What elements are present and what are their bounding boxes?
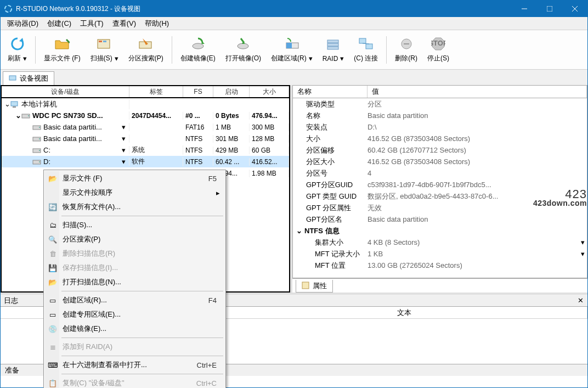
menu-view[interactable]: 查看(V) — [108, 18, 140, 30]
props-row[interactable]: 分区大小416.52 GB (873503408 Sectors) — [293, 156, 587, 167]
device-grid-header: 设备/磁盘 标签 FS 启动 大小 — [1, 85, 290, 98]
chevron-down-icon[interactable]: ▾ — [122, 134, 126, 143]
chevron-down-icon[interactable]: ▾ — [581, 238, 585, 246]
props-row[interactable]: GPT 分区属性无效 — [293, 202, 587, 213]
context-item[interactable]: 📂打开扫描信息(N)... — [45, 275, 224, 289]
tb-partition-search[interactable]: 分区搜索(P) — [125, 32, 167, 68]
tb-create-region[interactable]: 创建区域(R)▾ — [267, 32, 316, 68]
tb-create-image[interactable]: 创建镜像(E) — [177, 32, 219, 68]
col-device[interactable]: 设备/磁盘 — [2, 86, 129, 97]
minimize-button[interactable] — [512, 1, 537, 17]
chevron-down-icon[interactable]: ▾ — [581, 250, 585, 258]
menu-item-icon: 📋 — [48, 378, 58, 388]
menu-item-icon: ⌨ — [48, 360, 58, 370]
tb-delete[interactable]: 删除(R) — [391, 32, 421, 68]
props-col-name[interactable]: 名称 — [293, 86, 368, 98]
device-row[interactable]: C:▾系统NTFS429 MB60 GB — [2, 144, 289, 156]
cell-label: 系统 — [129, 145, 183, 155]
prop-name: GPT 类型 GUID — [293, 192, 368, 201]
prop-value: 数据分区, ebd0a0a2-b9e5-4433-87c0-6... — [368, 192, 587, 201]
props-row[interactable]: 安装点D:\ — [293, 121, 587, 133]
tb-refresh[interactable]: 刷新▾ — [4, 32, 31, 68]
context-item[interactable]: ⌨在十六进制查看器中打开...Ctrl+E — [45, 358, 224, 372]
context-item[interactable]: 🔄恢复所有文件(A)... — [45, 200, 224, 214]
device-row[interactable]: Basic data partiti...▾NTFS301 MB128 MB — [2, 133, 289, 144]
props-row[interactable]: 大小416.52 GB (873503408 Sectors) — [293, 133, 587, 144]
log-close-button[interactable]: ✕ — [576, 296, 584, 305]
tb-show-files[interactable]: 显示文件 (F) — [40, 32, 84, 68]
menu-item-label: 创建镜像(E)... — [63, 324, 224, 334]
partition-search-icon — [138, 36, 154, 52]
device-row[interactable]: ⌄WDC PC SN730 SD...2047D4454...#0 ...0 B… — [2, 110, 289, 121]
props-col-value[interactable]: 值 — [368, 86, 587, 98]
props-row[interactable]: 名称Basic data partition — [293, 110, 587, 121]
menu-item-label: 分区搜索(P) — [63, 234, 224, 244]
tb-raid[interactable]: RAID▾ — [319, 32, 348, 68]
menu-help[interactable]: 帮助(H) — [140, 18, 173, 30]
col-start[interactable]: 启动 — [213, 86, 250, 97]
menu-item-label: 创建专用区域(E)... — [63, 310, 224, 319]
svg-point-9 — [193, 43, 203, 49]
props-row[interactable]: 分区号4 — [293, 167, 587, 179]
props-tab-properties[interactable]: 属性 — [296, 280, 333, 293]
device-row[interactable]: D:▾软件NTFS60.42 ...416.52... — [2, 156, 289, 167]
context-item: 🗑删除扫描信息(R) — [45, 246, 224, 261]
menu-separator — [61, 291, 223, 291]
cell-size: 60 GB — [250, 147, 289, 154]
props-row[interactable]: 驱动类型分区 — [293, 98, 587, 110]
menu-drives[interactable]: 驱动器(D) — [3, 18, 43, 30]
props-row[interactable]: GPT 类型 GUID数据分区, ebd0a0a2-b9e5-4433-87c0… — [293, 190, 587, 202]
context-item[interactable]: 显示文件按顺序▸ — [45, 185, 224, 200]
close-button[interactable] — [562, 1, 587, 17]
menu-separator — [61, 338, 223, 338]
chevron-down-icon[interactable]: ▾ — [122, 158, 126, 166]
col-fs[interactable]: FS — [183, 86, 213, 97]
context-item[interactable]: 🗂扫描(S)... — [45, 218, 224, 232]
prop-value: 416.52 GB (873503408 Sectors) — [368, 134, 587, 143]
props-row[interactable]: 集群大小4 KB (8 Sectors)▾ — [293, 237, 587, 248]
col-label[interactable]: 标签 — [129, 86, 183, 97]
tb-stop[interactable]: STOP 停止(S) — [423, 32, 453, 68]
chevron-down-icon: ▾ — [340, 54, 344, 63]
props-row[interactable]: 分区偏移60.42 GB (126707712 Sectors) — [293, 144, 587, 156]
tb-delete-label: 删除(R) — [395, 54, 417, 63]
context-item[interactable]: 💿创建镜像(E)... — [45, 322, 224, 336]
expander-icon[interactable]: ⌄ — [4, 100, 10, 108]
drive-icon — [32, 159, 41, 165]
props-row[interactable]: MFT 记录大小1 KB▾ — [293, 248, 587, 260]
toolbar-separator — [35, 36, 36, 64]
svg-point-27 — [28, 115, 29, 116]
props-row[interactable]: GPT分区GUIDc53f9381-1d97-4db6-907f-1b9f7bd… — [293, 179, 587, 190]
chevron-down-icon[interactable]: ▾ — [122, 146, 126, 154]
device-row[interactable]: ⌄本地计算机 — [2, 98, 289, 110]
props-row[interactable]: GPT分区名Basic data partition — [293, 213, 587, 225]
tab-device-view[interactable]: 设备视图 — [3, 71, 54, 86]
context-item[interactable]: ▭创建专用区域(E)... — [45, 307, 224, 322]
tb-connect[interactable]: (C) 连接 — [350, 32, 382, 68]
device-row[interactable]: Basic data partiti...▾FAT161 MB300 MB — [2, 121, 289, 133]
app-icon — [4, 4, 13, 13]
prop-value: 无效 — [368, 203, 587, 213]
maximize-button[interactable] — [537, 1, 562, 17]
submenu-arrow-icon: ▸ — [216, 189, 220, 197]
tb-open-image[interactable]: 打开镜像(O) — [222, 32, 265, 68]
svg-rect-6 — [99, 41, 102, 42]
context-item[interactable]: ▭创建区域(R)...F4 — [45, 293, 224, 307]
stop-icon: STOP — [431, 36, 446, 52]
drive-icon — [32, 124, 41, 131]
menu-create[interactable]: 创建(C) — [43, 18, 76, 30]
context-item[interactable]: 📂显示文件 (F)F5 — [45, 171, 224, 185]
cell-fs: FAT16 — [183, 123, 213, 131]
props-row[interactable]: MFT 位置13.00 GB (27265024 Sectors) — [293, 260, 587, 271]
chevron-down-icon[interactable]: ▾ — [122, 123, 126, 131]
expander-icon[interactable]: ⌄ — [296, 227, 302, 235]
col-size[interactable]: 大小 — [250, 86, 289, 97]
context-item[interactable]: 🔍分区搜索(P) — [45, 232, 224, 246]
menu-tools[interactable]: 工具(T) — [76, 18, 108, 30]
log-col-text[interactable]: 文本 — [221, 307, 587, 318]
expander-icon[interactable]: ⌄ — [15, 111, 21, 120]
props-section[interactable]: ⌄NTFS 信息 — [293, 225, 587, 237]
tb-scan[interactable]: 扫描(S)▾ — [87, 32, 122, 68]
svg-point-0 — [5, 5, 12, 12]
prop-name: 驱动类型 — [293, 99, 368, 109]
